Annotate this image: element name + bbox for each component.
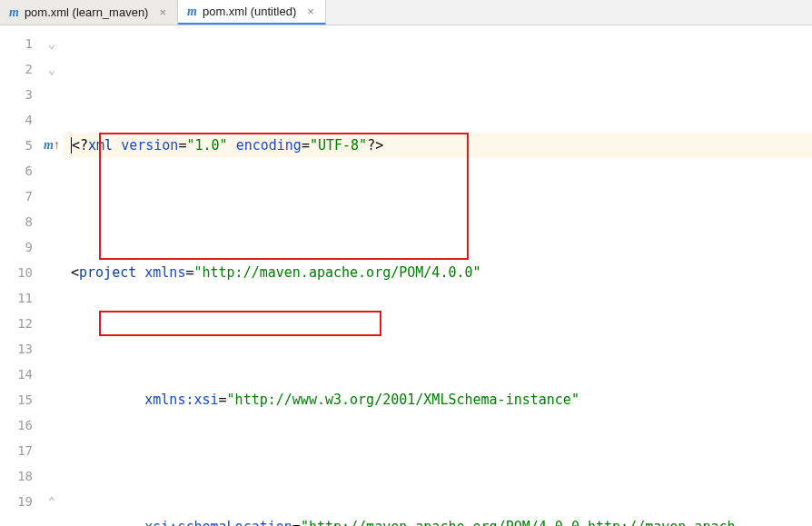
tab-pom-learn-maven[interactable]: m pom.xml (learn_maven) × xyxy=(0,0,178,25)
fold-handle-icon: ⌄ xyxy=(40,56,64,82)
line-number: 6 xyxy=(0,158,40,184)
line-number: 13 xyxy=(0,336,40,362)
line-number: 5 xyxy=(0,133,40,158)
gutter-blank xyxy=(40,158,64,184)
line-number: 15 xyxy=(0,387,40,412)
tab-pom-untitled[interactable]: m pom.xml (untitled) × xyxy=(178,0,326,25)
maven-file-icon: m xyxy=(187,5,197,19)
code-line[interactable]: <?xml version="1.0" encoding="UTF-8"?> xyxy=(64,133,812,158)
gutter-blank xyxy=(40,285,64,311)
code-area[interactable]: <?xml version="1.0" encoding="UTF-8"?> <… xyxy=(64,25,812,526)
line-number: 14 xyxy=(0,362,40,387)
line-number: 10 xyxy=(0,260,40,285)
gutter-icons: ⌄⌄m↑⌃ xyxy=(40,25,64,526)
maven-file-icon: m xyxy=(9,5,19,20)
line-number: 7 xyxy=(0,184,40,209)
line-number: 16 xyxy=(0,412,40,438)
highlight-box-artifactid xyxy=(99,311,381,336)
gutter-blank xyxy=(40,234,64,260)
tab-bar: m pom.xml (learn_maven) × m pom.xml (unt… xyxy=(0,0,812,25)
gutter-blank xyxy=(40,82,64,107)
fold-handle-icon: ⌄ xyxy=(40,31,64,56)
line-number: 18 xyxy=(0,463,40,489)
gutter-blank xyxy=(40,184,64,209)
gutter-blank xyxy=(40,260,64,285)
maven-parent-up-icon[interactable]: m↑ xyxy=(40,133,64,158)
gutter-blank xyxy=(40,362,64,387)
code-line[interactable]: xmlns:xsi="http://www.w3.org/2001/XMLSch… xyxy=(64,387,812,412)
line-number: 17 xyxy=(0,438,40,463)
tab-label: pom.xml (untitled) xyxy=(203,5,296,18)
line-number: 11 xyxy=(0,285,40,311)
gutter-line-numbers: 12345678910111213141516171819 xyxy=(0,25,40,526)
gutter-blank xyxy=(40,107,64,133)
editor[interactable]: 12345678910111213141516171819 ⌄⌄m↑⌃ <?xm… xyxy=(0,25,812,526)
gutter-blank xyxy=(40,209,64,234)
fold-handle-icon: ⌃ xyxy=(40,489,64,514)
gutter-blank xyxy=(40,463,64,489)
code-line[interactable]: xsi:schemaLocation="http://maven.apache.… xyxy=(64,514,812,526)
line-number: 3 xyxy=(0,82,40,107)
gutter-blank xyxy=(40,311,64,336)
close-icon[interactable]: × xyxy=(305,5,316,18)
line-number: 12 xyxy=(0,311,40,336)
line-number: 2 xyxy=(0,56,40,82)
close-icon[interactable]: × xyxy=(157,5,168,19)
tab-label: pom.xml (learn_maven) xyxy=(25,5,149,19)
line-number: 19 xyxy=(0,489,40,514)
gutter-blank xyxy=(40,336,64,362)
line-number: 8 xyxy=(0,209,40,234)
line-number: 1 xyxy=(0,31,40,56)
gutter-blank xyxy=(40,387,64,412)
line-number: 9 xyxy=(0,234,40,260)
gutter-blank xyxy=(40,412,64,438)
code-line[interactable]: <project xmlns="http://maven.apache.org/… xyxy=(64,260,812,285)
line-number: 4 xyxy=(0,107,40,133)
gutter-blank xyxy=(40,438,64,463)
